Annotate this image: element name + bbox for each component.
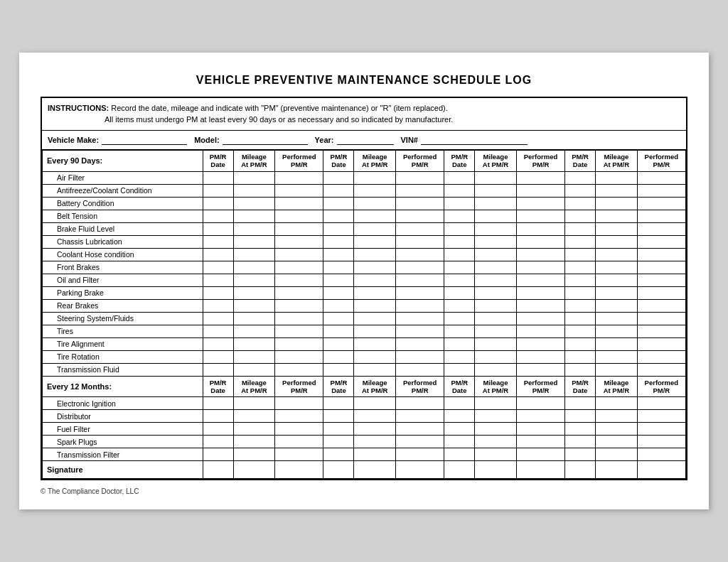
cell[interactable] bbox=[275, 410, 323, 423]
cell[interactable] bbox=[275, 222, 323, 235]
cell[interactable] bbox=[354, 350, 396, 363]
cell[interactable] bbox=[516, 397, 564, 410]
cell[interactable] bbox=[396, 350, 444, 363]
cell[interactable] bbox=[323, 235, 354, 248]
cell[interactable] bbox=[444, 410, 475, 423]
cell[interactable] bbox=[637, 410, 685, 423]
cell[interactable] bbox=[275, 197, 323, 210]
cell[interactable] bbox=[596, 423, 638, 436]
cell[interactable] bbox=[275, 299, 323, 312]
cell[interactable] bbox=[233, 325, 275, 337]
cell[interactable] bbox=[444, 299, 475, 312]
cell[interactable] bbox=[565, 274, 596, 286]
cell[interactable] bbox=[203, 461, 233, 479]
cell[interactable] bbox=[323, 171, 354, 184]
cell[interactable] bbox=[354, 448, 396, 461]
cell[interactable] bbox=[475, 410, 517, 423]
cell[interactable] bbox=[354, 261, 396, 274]
cell[interactable] bbox=[596, 325, 638, 337]
cell[interactable] bbox=[637, 274, 685, 286]
cell[interactable] bbox=[475, 274, 517, 286]
cell[interactable] bbox=[396, 436, 444, 448]
cell[interactable] bbox=[596, 171, 638, 184]
cell[interactable] bbox=[444, 312, 475, 325]
cell[interactable] bbox=[233, 197, 275, 210]
cell[interactable] bbox=[565, 461, 596, 479]
cell[interactable] bbox=[596, 363, 638, 376]
cell[interactable] bbox=[275, 350, 323, 363]
cell[interactable] bbox=[444, 461, 475, 479]
cell[interactable] bbox=[396, 423, 444, 436]
cell[interactable] bbox=[475, 222, 517, 235]
cell[interactable] bbox=[203, 274, 233, 286]
cell[interactable] bbox=[396, 325, 444, 337]
cell[interactable] bbox=[444, 325, 475, 337]
cell[interactable] bbox=[444, 363, 475, 376]
cell[interactable] bbox=[444, 184, 475, 197]
cell[interactable] bbox=[637, 312, 685, 325]
cell[interactable] bbox=[203, 171, 233, 184]
cell[interactable] bbox=[323, 448, 354, 461]
cell[interactable] bbox=[203, 286, 233, 299]
cell[interactable] bbox=[203, 410, 233, 423]
cell[interactable] bbox=[233, 410, 275, 423]
cell[interactable] bbox=[396, 261, 444, 274]
cell[interactable] bbox=[233, 171, 275, 184]
cell[interactable] bbox=[275, 235, 323, 248]
cell[interactable] bbox=[233, 350, 275, 363]
cell[interactable] bbox=[596, 222, 638, 235]
cell[interactable] bbox=[596, 261, 638, 274]
cell[interactable] bbox=[637, 210, 685, 222]
cell[interactable] bbox=[516, 423, 564, 436]
cell[interactable] bbox=[596, 210, 638, 222]
cell[interactable] bbox=[444, 274, 475, 286]
cell[interactable] bbox=[637, 248, 685, 261]
cell[interactable] bbox=[354, 197, 396, 210]
cell[interactable] bbox=[565, 363, 596, 376]
cell[interactable] bbox=[203, 197, 233, 210]
cell[interactable] bbox=[637, 299, 685, 312]
cell[interactable] bbox=[233, 222, 275, 235]
cell[interactable] bbox=[354, 397, 396, 410]
cell[interactable] bbox=[354, 337, 396, 350]
cell[interactable] bbox=[596, 286, 638, 299]
cell[interactable] bbox=[516, 410, 564, 423]
cell[interactable] bbox=[516, 299, 564, 312]
cell[interactable] bbox=[475, 299, 517, 312]
cell[interactable] bbox=[396, 197, 444, 210]
cell[interactable] bbox=[275, 210, 323, 222]
cell[interactable] bbox=[565, 423, 596, 436]
cell[interactable] bbox=[516, 222, 564, 235]
cell[interactable] bbox=[596, 448, 638, 461]
cell[interactable] bbox=[203, 397, 233, 410]
cell[interactable] bbox=[596, 235, 638, 248]
cell[interactable] bbox=[323, 222, 354, 235]
cell[interactable] bbox=[637, 235, 685, 248]
cell[interactable] bbox=[516, 363, 564, 376]
cell[interactable] bbox=[516, 248, 564, 261]
cell[interactable] bbox=[275, 171, 323, 184]
cell[interactable] bbox=[275, 274, 323, 286]
cell[interactable] bbox=[396, 235, 444, 248]
cell[interactable] bbox=[233, 248, 275, 261]
cell[interactable] bbox=[233, 210, 275, 222]
cell[interactable] bbox=[275, 448, 323, 461]
cell[interactable] bbox=[444, 436, 475, 448]
cell[interactable] bbox=[233, 461, 275, 479]
cell[interactable] bbox=[516, 184, 564, 197]
cell[interactable] bbox=[323, 325, 354, 337]
cell[interactable] bbox=[516, 274, 564, 286]
cell[interactable] bbox=[565, 171, 596, 184]
cell[interactable] bbox=[516, 337, 564, 350]
cell[interactable] bbox=[637, 448, 685, 461]
cell[interactable] bbox=[323, 436, 354, 448]
cell[interactable] bbox=[354, 363, 396, 376]
cell[interactable] bbox=[565, 312, 596, 325]
cell[interactable] bbox=[637, 337, 685, 350]
cell[interactable] bbox=[637, 436, 685, 448]
cell[interactable] bbox=[275, 461, 323, 479]
cell[interactable] bbox=[475, 261, 517, 274]
cell[interactable] bbox=[354, 248, 396, 261]
cell[interactable] bbox=[596, 248, 638, 261]
cell[interactable] bbox=[396, 337, 444, 350]
